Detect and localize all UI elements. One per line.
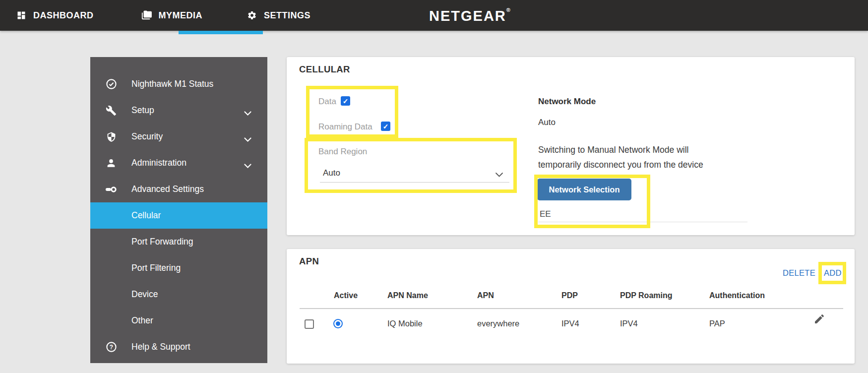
sidebar-item-status[interactable]: Nighthawk M1 Status [90,71,267,97]
network-mode-label: Network Mode [538,97,596,107]
delete-apn-link[interactable]: DELETE [783,268,815,278]
col-header-apn-name: APN Name [387,291,428,300]
person-icon [105,158,117,169]
cell-authentication: PAP [709,319,725,328]
nav-tab-mymedia[interactable]: MYMEDIA [141,10,203,21]
roaming-data-checkbox[interactable]: ✓ [381,122,390,131]
col-header-active: Active [334,291,358,300]
sidebar-item-label: Administration [131,158,186,168]
col-header-pdp-roaming: PDP Roaming [620,291,673,300]
cell-pdp: IPV4 [561,319,579,328]
sidebar-item-port-forwarding[interactable]: Port Forwarding [90,229,267,255]
dashboard-icon [16,10,26,20]
nav-tab-settings[interactable]: SETTINGS [247,10,310,21]
svg-text:?: ? [109,344,113,351]
roaming-data-toggle-label: Roaming Data [318,122,372,132]
sidebar-item-help-support[interactable]: ? Help & Support [90,334,267,360]
shield-icon [105,131,117,142]
apn-card-title: APN [299,256,319,267]
apn-card: APN DELETE ADD Active APN Name APN PDP P… [287,249,855,364]
radio-dot [336,321,340,326]
data-checkbox[interactable]: ✓ [341,96,350,106]
sidebar-item-label: Cellular [131,210,161,221]
nav-tab-label: SETTINGS [264,10,310,21]
cellular-card: CELLULAR Data ✓ Roaming Data ✓ Band Regi… [287,57,855,235]
media-icon [141,10,152,20]
add-apn-link[interactable]: ADD [824,268,842,278]
band-region-select[interactable] [495,170,503,179]
pencil-icon [813,313,825,325]
sidebar-item-label: Port Forwarding [131,237,193,247]
sidebar-item-advanced-settings[interactable]: Advanced Settings [90,176,267,202]
sidebar-item-label: Setup [131,105,154,116]
registered-mark: ® [506,7,510,13]
wrench-icon [105,105,117,116]
chevron-down-icon [244,161,251,170]
edit-apn-button[interactable] [813,313,825,327]
current-network-underline [538,222,747,222]
cellular-card-title: CELLULAR [299,64,350,75]
cell-pdp-roaming: IPV4 [620,319,638,328]
row-select-checkbox[interactable] [305,319,314,329]
sidebar-item-administration[interactable]: Administration [90,150,267,176]
band-region-label: Band Region [318,147,367,157]
sidebar-item-label: Other [131,315,153,326]
cell-apn: everywhere [477,319,519,328]
nav-tab-dashboard[interactable]: DASHBOARD [16,10,94,21]
sidebar-item-other[interactable]: Other [90,308,267,334]
cell-apn-name: IQ Mobile [387,319,423,328]
sidebar-item-label: Security [131,131,163,142]
sidebar-item-label: Help & Support [131,342,190,352]
table-header-divider [300,308,843,309]
data-toggle-label: Data [318,97,336,107]
sidebar: Nighthawk M1 Status Setup Security [90,57,267,363]
col-header-authentication: Authentication [709,291,765,300]
network-mode-value: Auto [538,118,556,127]
sidebar-item-label: Device [131,289,158,300]
band-region-value: Auto [323,168,340,178]
sidebar-item-cellular[interactable]: Cellular [90,202,267,229]
check-circle-icon [105,78,117,90]
sidebar-item-security[interactable]: Security [90,124,267,150]
app-window: DASHBOARD MYMEDIA SETTINGS NETGEAR® Nigh… [0,0,868,373]
sidebar-item-port-filtering[interactable]: Port Filtering [90,255,267,281]
chevron-down-icon [244,109,251,118]
sidebar-item-label: Port Filtering [131,263,181,273]
chevron-down-icon [495,172,503,177]
chevron-down-icon [244,135,251,144]
sidebar-item-label: Nighthawk M1 Status [131,79,213,89]
sidebar-item-label: Advanced Settings [131,184,204,194]
sidebar-item-setup[interactable]: Setup [90,97,267,124]
band-region-underline [320,182,509,183]
question-circle-icon: ? [105,341,117,353]
gear-icon [247,10,257,20]
sidebar-item-device[interactable]: Device [90,281,267,308]
active-tab-indicator [179,31,263,34]
nav-tab-label: DASHBOARD [33,10,94,21]
row-active-radio[interactable] [333,319,343,328]
top-nav: DASHBOARD MYMEDIA SETTINGS NETGEAR® [0,0,868,31]
current-network-value: EE [540,209,551,219]
col-header-apn: APN [477,291,494,300]
nav-tab-label: MYMEDIA [159,10,203,21]
netgear-logo: NETGEAR® [429,7,510,24]
col-header-pdp: PDP [561,291,578,300]
key-icon [105,184,117,195]
network-selection-button[interactable]: Network Selection [537,179,631,200]
network-mode-warning: Switching to Manual Network Mode will te… [538,142,771,172]
